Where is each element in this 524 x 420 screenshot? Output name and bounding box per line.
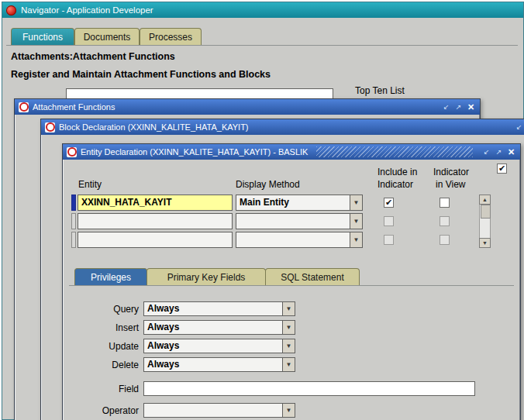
- indicator-in-view-checkbox[interactable]: [440, 198, 450, 208]
- scroll-thumb[interactable]: [481, 205, 491, 219]
- navigator-icon: [6, 5, 16, 15]
- top-ten-list-label: Top Ten List: [355, 85, 405, 96]
- tab-functions[interactable]: Functions: [11, 28, 74, 46]
- entity-input[interactable]: XXINN_HATA_KAYIT: [78, 195, 233, 211]
- query-value: Always: [143, 301, 282, 316]
- entity-input: [78, 232, 233, 248]
- operator-value: [143, 403, 282, 418]
- oracle-logo-icon: [19, 102, 29, 112]
- chevron-down-icon[interactable]: ▼: [282, 339, 295, 353]
- attachment-functions-titlebar[interactable]: Attachment Functions ↙ ↗ ✕: [15, 99, 480, 115]
- insert-value: Always: [143, 320, 282, 335]
- display-method-combo: ▼: [236, 213, 363, 229]
- tab-sql-statement[interactable]: SQL Statement: [265, 268, 360, 286]
- window-controls: ↙ ↗ ✕: [514, 122, 524, 133]
- tab-processes[interactable]: Processes: [140, 28, 202, 46]
- entity-input: [78, 213, 233, 229]
- chevron-down-icon[interactable]: ▼: [350, 195, 363, 211]
- display-method-value: Main Entity: [236, 195, 350, 211]
- window-controls: ↙ ↗ ✕: [481, 147, 516, 157]
- query-label: Query: [78, 304, 139, 315]
- update-value: Always: [143, 339, 282, 353]
- oracle-logo-icon: [45, 122, 55, 133]
- records-scrollbar[interactable]: [479, 205, 491, 238]
- update-combo[interactable]: Always ▼: [143, 339, 295, 353]
- scroll-down-icon: ▼: [482, 240, 488, 246]
- display-method-value: [236, 213, 350, 229]
- restore-icon[interactable]: ↗: [494, 147, 504, 157]
- check-icon: ✔: [385, 198, 392, 207]
- window-controls: ↙ ↗ ✕: [441, 102, 476, 112]
- entity-column-label: Entity: [78, 179, 102, 190]
- block-declaration-titlebar[interactable]: Block Declaration (XXINN_KALITE_HATA_KAY…: [41, 119, 524, 135]
- include-in-indicator-label-line2: Indicator: [377, 179, 413, 190]
- function-name-heading: Attachments:Attachment Functions: [11, 51, 175, 62]
- chevron-down-icon: ▼: [350, 213, 363, 229]
- record-indicator[interactable]: [71, 232, 76, 248]
- attachment-functions-title: Attachment Functions: [33, 102, 115, 112]
- display-method-combo: ▼: [236, 232, 363, 248]
- select-all-checkbox[interactable]: ✔: [497, 164, 507, 174]
- minimize-icon[interactable]: ↙: [481, 147, 491, 157]
- entity-declaration-titlebar[interactable]: Entity Declaration (XXINN_KALITE_HATA_KA…: [63, 144, 520, 160]
- operator-combo[interactable]: ▼: [143, 403, 295, 418]
- minimize-icon[interactable]: ↙: [514, 122, 524, 133]
- field-input[interactable]: [143, 381, 475, 396]
- update-label: Update: [78, 341, 139, 352]
- entity-declaration-window: Entity Declaration (XXINN_KALITE_HATA_KA…: [62, 143, 521, 420]
- tab-sql-statement-label: SQL Statement: [281, 272, 344, 283]
- chevron-down-icon[interactable]: ▼: [282, 403, 295, 418]
- scroll-up-icon: ▲: [482, 197, 488, 202]
- inner-tab-divider: [69, 285, 514, 286]
- delete-value: Always: [143, 357, 282, 372]
- include-in-indicator-checkbox[interactable]: ✔: [384, 198, 394, 208]
- include-in-indicator-label-line1: Include in: [377, 167, 417, 177]
- check-icon: ✔: [498, 164, 505, 173]
- delete-label: Delete: [78, 360, 139, 370]
- tab-primary-key-fields-label: Primary Key Fields: [167, 272, 246, 283]
- block-declaration-title: Block Declaration (XXINN_KALITE_HATA_KAY…: [59, 122, 249, 132]
- chevron-down-icon[interactable]: ▼: [282, 357, 295, 372]
- indicator-in-view-label-line1: Indicator: [433, 167, 469, 177]
- tab-privileges-label: Privileges: [91, 272, 131, 283]
- active-window-hatch: [316, 146, 473, 157]
- field-label: Field: [78, 384, 139, 394]
- include-in-indicator-checkbox: [384, 216, 394, 226]
- entity-declaration-title: Entity Declaration (XXINN_KALITE_HATA_KA…: [81, 147, 308, 157]
- tab-functions-label: Functions: [22, 32, 63, 43]
- screen: Navigator - Application Developer Functi…: [0, 0, 524, 420]
- navigator-titlebar[interactable]: Navigator - Application Developer: [2, 2, 523, 18]
- tab-privileges[interactable]: Privileges: [74, 268, 147, 286]
- display-method-value: [236, 232, 350, 248]
- tab-primary-key-fields[interactable]: Primary Key Fields: [147, 268, 266, 286]
- chevron-down-icon[interactable]: ▼: [282, 320, 295, 335]
- delete-combo[interactable]: Always ▼: [143, 357, 295, 372]
- scroll-up-button[interactable]: ▲: [479, 195, 491, 205]
- record-indicator[interactable]: [71, 195, 76, 211]
- tab-strip-divider: [6, 45, 518, 46]
- insert-label: Insert: [78, 322, 139, 333]
- close-icon[interactable]: ✕: [466, 102, 476, 112]
- oracle-logo-icon: [67, 147, 77, 157]
- scroll-down-button[interactable]: ▼: [479, 238, 491, 248]
- indicator-in-view-label-line2: in View: [436, 179, 465, 190]
- close-icon[interactable]: ✕: [506, 147, 516, 157]
- tab-processes-label: Processes: [149, 32, 192, 43]
- indicator-in-view-checkbox: [440, 235, 450, 245]
- chevron-down-icon: ▼: [350, 232, 363, 248]
- insert-combo[interactable]: Always ▼: [143, 320, 295, 335]
- indicator-in-view-checkbox: [440, 216, 450, 226]
- minimize-icon[interactable]: ↙: [441, 102, 451, 112]
- operator-label: Operator: [78, 405, 139, 416]
- query-combo[interactable]: Always ▼: [143, 301, 295, 316]
- tab-documents-label: Documents: [84, 32, 131, 43]
- tab-documents[interactable]: Documents: [74, 28, 140, 46]
- chevron-down-icon[interactable]: ▼: [282, 301, 295, 316]
- restore-icon[interactable]: ↗: [453, 102, 464, 112]
- include-in-indicator-checkbox: [384, 235, 394, 245]
- record-indicator[interactable]: [71, 213, 76, 229]
- display-method-combo[interactable]: Main Entity ▼: [236, 195, 363, 211]
- display-method-column-label: Display Method: [236, 179, 300, 190]
- function-description-heading: Register and Maintain Attachment Functio…: [11, 69, 271, 80]
- navigator-title: Navigator - Application Developer: [21, 5, 153, 15]
